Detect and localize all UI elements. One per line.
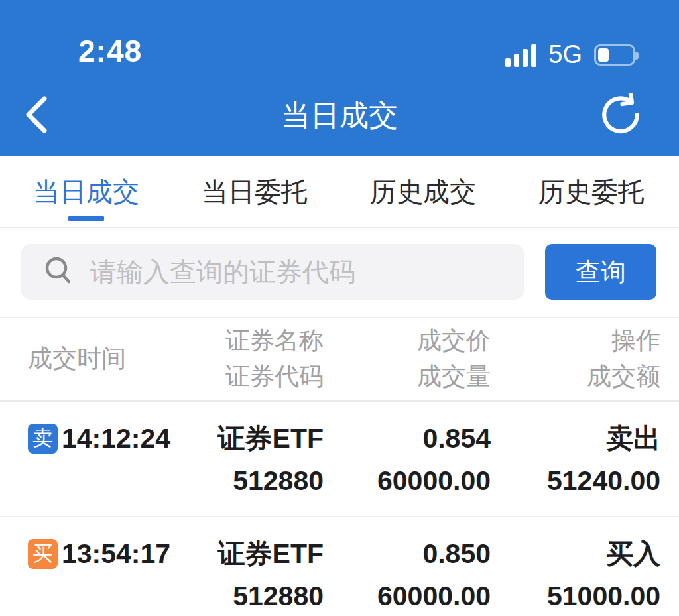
trade-action: 买入 [606, 536, 660, 572]
security-code: 512880 [233, 581, 324, 612]
trade-amount: 51000.00 [547, 581, 660, 612]
trade-volume: 60000.00 [377, 581, 491, 612]
security-code: 512880 [233, 465, 324, 497]
status-time: 2:48 [78, 33, 142, 69]
trade-amount: 51240.00 [547, 465, 660, 497]
sell-badge: 卖 [28, 424, 58, 454]
refresh-button[interactable] [597, 92, 645, 139]
search-section: 查询 [0, 228, 679, 317]
screen: 2:48 5G 当日成交 [0, 0, 679, 616]
tab-history-orders[interactable]: 历史委托 [538, 156, 645, 227]
search-icon [44, 255, 74, 288]
trade-price: 0.850 [422, 538, 491, 570]
trade-time: 13:54:17 [62, 538, 170, 570]
header-trade-volume: 成交量 [417, 362, 491, 391]
security-name: 证券ETF [218, 420, 324, 457]
header-action: 操作 [611, 326, 660, 355]
query-button[interactable]: 查询 [545, 244, 656, 300]
buy-badge: 买 [28, 539, 58, 569]
trade-time: 14:12:24 [62, 423, 170, 454]
status-icons: 5G [505, 40, 635, 69]
header-security-name: 证券名称 [225, 326, 324, 355]
trade-action: 卖出 [606, 420, 660, 457]
header-trade-time: 成交时间 [28, 344, 126, 373]
battery-icon [594, 44, 635, 66]
table-row[interactable]: 买 13:54:17 证券ETF 0.850 买入 512880 60000.0… [0, 517, 679, 616]
table-header: 成交时间 证券名称 证券代码 成交价 成交量 操作 成交额 [0, 317, 679, 402]
tab-history-trades[interactable]: 历史成交 [370, 156, 476, 227]
security-name: 证券ETF [218, 536, 324, 572]
table-row[interactable]: 卖 14:12:24 证券ETF 0.854 卖出 512880 60000.0… [0, 402, 679, 517]
search-box[interactable] [21, 244, 524, 300]
top-header: 2:48 5G 当日成交 [0, 0, 679, 156]
header-trade-price: 成交价 [417, 326, 491, 355]
signal-strength-icon [505, 43, 536, 67]
trade-volume: 60000.00 [377, 465, 491, 497]
header-trade-amount: 成交额 [587, 362, 660, 391]
refresh-icon [599, 93, 643, 139]
trade-price: 0.854 [422, 423, 491, 454]
page-title: 当日成交 [0, 96, 679, 135]
header-security-code: 证券代码 [225, 362, 324, 391]
status-bar: 2:48 5G [0, 0, 679, 74]
search-input[interactable] [90, 257, 508, 287]
tab-bar: 当日成交 当日委托 历史成交 历史委托 [0, 156, 679, 228]
network-type-label: 5G [548, 40, 582, 69]
tab-today-orders[interactable]: 当日委托 [202, 156, 308, 227]
nav-bar: 当日成交 [0, 74, 679, 156]
tab-today-trades[interactable]: 当日成交 [33, 156, 139, 227]
